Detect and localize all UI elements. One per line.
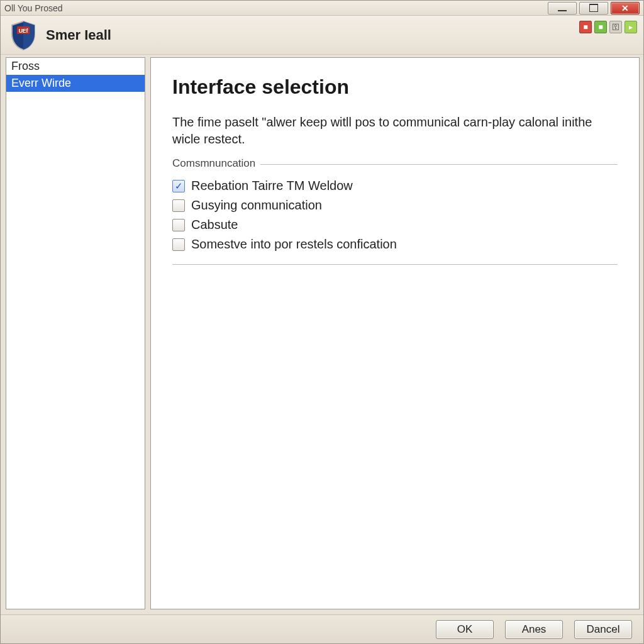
page-description: The fime paselt "alwer keep witll pos to… — [172, 114, 613, 148]
checkbox-icon[interactable] — [172, 199, 185, 212]
option-label: Somestve into por restels confication — [191, 237, 397, 252]
checkbox-icon[interactable] — [172, 219, 185, 231]
ok-button[interactable]: OK — [436, 620, 494, 639]
content-body: Fross Everr Wirde Interface selection Th… — [6, 57, 640, 609]
window-controls: ✕ — [548, 2, 640, 14]
button-label: OK — [457, 623, 473, 636]
option-label: Gusying conmunication — [191, 198, 322, 213]
group-divider — [172, 264, 618, 265]
status-icon[interactable]: ■ — [594, 21, 607, 33]
minimize-button[interactable] — [548, 2, 577, 14]
key-icon[interactable]: ⚿ — [609, 21, 622, 33]
close-button[interactable]: ✕ — [611, 2, 640, 14]
option-cabsute[interactable]: Cabsute — [172, 215, 618, 235]
alert-icon[interactable]: ■ — [579, 21, 592, 33]
flag-icon[interactable]: ▸ — [625, 21, 637, 33]
checkbox-icon[interactable]: ✓ — [172, 180, 185, 192]
sidebar-item-label: Everr Wirde — [11, 77, 71, 89]
footer-bar: OK Anes Dancel — [1, 614, 643, 643]
titlebar: Oll You Prosed ✕ — [1, 1, 643, 16]
sidebar-item-fross[interactable]: Fross — [6, 58, 145, 75]
sidebar-item-everr-wirde[interactable]: Everr Wirde — [6, 75, 145, 92]
option-gusying[interactable]: Gusying conmunication — [172, 196, 618, 215]
app-window: Oll You Prosed ✕ UEf Smer Ieall ■ ■ ⚿ ▸ — [0, 0, 644, 644]
sidebar: Fross Everr Wirde — [6, 57, 145, 609]
option-label: Reebation Tairre TM Weldow — [191, 179, 353, 193]
option-label: Cabsute — [191, 218, 238, 232]
main-panel: Interface selection The fime paselt "alw… — [150, 57, 640, 609]
button-label: Dancel — [587, 623, 620, 636]
group-legend: Comsmnuncation — [172, 157, 260, 170]
option-reebation[interactable]: ✓ Reebation Tairre TM Weldow — [172, 176, 618, 196]
maximize-button[interactable] — [579, 2, 608, 14]
window-title: Oll You Prosed — [4, 3, 548, 13]
sidebar-item-label: Fross — [11, 60, 40, 72]
header-icon-strip: ■ ■ ⚿ ▸ — [579, 21, 637, 33]
communication-group: Comsmnuncation ✓ Reebation Tairre TM Wel… — [172, 164, 618, 265]
header-band: UEf Smer Ieall ■ ■ ⚿ ▸ — [1, 16, 643, 55]
checkbox-icon[interactable] — [172, 238, 185, 251]
apply-button[interactable]: Anes — [505, 620, 563, 639]
option-somestve[interactable]: Somestve into por restels confication — [172, 235, 618, 254]
app-name: Smer Ieall — [46, 27, 111, 43]
page-title: Interface selection — [172, 75, 618, 99]
shield-icon: UEf — [9, 20, 37, 50]
cancel-button[interactable]: Dancel — [574, 620, 632, 639]
button-label: Anes — [522, 623, 547, 636]
logo-text: UEf — [19, 28, 28, 34]
